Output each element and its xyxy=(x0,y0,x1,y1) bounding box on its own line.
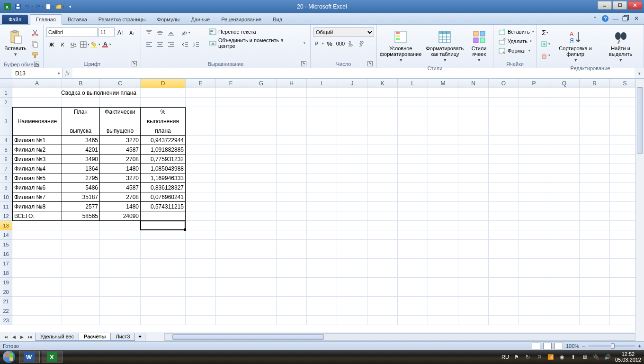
cell-F21[interactable] xyxy=(216,297,246,306)
cell-B22[interactable] xyxy=(62,306,100,316)
cell-B4[interactable]: 3465 xyxy=(62,136,100,145)
cell-C11[interactable]: 1480 xyxy=(100,202,141,211)
cell-O20[interactable] xyxy=(489,287,519,297)
cell-O22[interactable] xyxy=(489,306,519,316)
taskbar-word-button[interactable]: W xyxy=(19,351,40,363)
cell-N20[interactable] xyxy=(458,287,489,297)
cell-A13[interactable] xyxy=(12,221,62,230)
cell-N18[interactable] xyxy=(458,268,489,278)
cell-K19[interactable] xyxy=(367,278,398,287)
tray-updates-icon[interactable]: ⬆ xyxy=(570,353,577,361)
cell-L8[interactable] xyxy=(398,173,428,183)
cell-F3[interactable] xyxy=(216,107,246,136)
cell-A8[interactable]: Филиал №5 xyxy=(12,173,62,183)
cell-N9[interactable] xyxy=(458,183,489,192)
cell-F7[interactable] xyxy=(216,164,246,173)
cell-P15[interactable] xyxy=(519,240,549,249)
cell-E19[interactable] xyxy=(186,278,216,287)
cell-C12[interactable]: 24090 xyxy=(100,211,141,221)
cell-L18[interactable] xyxy=(398,268,428,278)
cell-F14[interactable] xyxy=(216,230,246,240)
shrink-font-button[interactable]: A↓ xyxy=(127,27,137,38)
cell-F23[interactable] xyxy=(216,316,246,325)
hscroll-thumb[interactable] xyxy=(172,334,324,340)
align-right-button[interactable] xyxy=(166,39,176,50)
cell-M7[interactable] xyxy=(428,164,458,173)
cell-C23[interactable] xyxy=(100,316,141,325)
cell-B10[interactable]: 35187 xyxy=(62,192,100,202)
font-size-input[interactable] xyxy=(98,27,115,37)
cell-J23[interactable] xyxy=(337,316,367,325)
cell-R10[interactable] xyxy=(580,192,610,202)
cell-R17[interactable] xyxy=(580,259,610,268)
cell-M18[interactable] xyxy=(428,268,458,278)
cell-K9[interactable] xyxy=(367,183,398,192)
cell-O12[interactable] xyxy=(489,211,519,221)
tab-home[interactable]: Главная xyxy=(30,14,62,25)
clear-button[interactable]: ▾ xyxy=(540,50,550,61)
cell-B19[interactable] xyxy=(62,278,100,287)
cell-M17[interactable] xyxy=(428,259,458,268)
cell-H17[interactable] xyxy=(277,259,307,268)
zoom-out-button[interactable]: − xyxy=(582,343,585,349)
format-cells-button[interactable]: Формат▾ xyxy=(496,46,536,55)
cell-N10[interactable] xyxy=(458,192,489,202)
cell-Q8[interactable] xyxy=(549,173,580,183)
cell-D20[interactable] xyxy=(141,287,186,297)
number-format-select[interactable]: Общий xyxy=(313,27,374,37)
row-header-16[interactable]: 16 xyxy=(0,249,12,259)
cell-O11[interactable] xyxy=(489,202,519,211)
cell-H15[interactable] xyxy=(277,240,307,249)
cell-P20[interactable] xyxy=(519,287,549,297)
find-select-button[interactable]: Найти и выделить▾ xyxy=(600,27,641,64)
cell-H10[interactable] xyxy=(277,192,307,202)
cell-J17[interactable] xyxy=(337,259,367,268)
cell-K18[interactable] xyxy=(367,268,398,278)
wrap-text-button[interactable]: abcПеренос текста xyxy=(207,27,307,36)
cell-A21[interactable] xyxy=(12,297,62,306)
cell-E22[interactable] xyxy=(186,306,216,316)
cell-N6[interactable] xyxy=(458,155,489,164)
cell-I10[interactable] xyxy=(307,192,337,202)
cell-Q11[interactable] xyxy=(549,202,580,211)
cell-C18[interactable] xyxy=(100,268,141,278)
cell-K16[interactable] xyxy=(367,249,398,259)
cell-D21[interactable] xyxy=(141,297,186,306)
column-header-R[interactable]: R xyxy=(580,79,610,88)
cell-Q6[interactable] xyxy=(549,155,580,164)
row-header-4[interactable]: 4 xyxy=(0,136,12,145)
row-header-3[interactable]: 3 xyxy=(0,107,12,136)
cell-L1[interactable] xyxy=(398,88,428,98)
row-header-10[interactable]: 10 xyxy=(0,192,12,202)
cell-L17[interactable] xyxy=(398,259,428,268)
cell-I11[interactable] xyxy=(307,202,337,211)
cell-Q16[interactable] xyxy=(549,249,580,259)
worksheet-grid[interactable]: 1234567891011121314151617181920212223 Св… xyxy=(0,88,644,332)
vscroll-thumb[interactable] xyxy=(637,87,643,154)
italic-button[interactable]: К xyxy=(57,39,68,50)
cell-E10[interactable] xyxy=(186,192,216,202)
cell-N21[interactable] xyxy=(458,297,489,306)
cell-B17[interactable] xyxy=(62,259,100,268)
cell-C21[interactable] xyxy=(100,297,141,306)
cell-I19[interactable] xyxy=(307,278,337,287)
row-header-17[interactable]: 17 xyxy=(0,259,12,268)
cell-B6[interactable]: 3490 xyxy=(62,155,100,164)
row-header-2[interactable]: 2 xyxy=(0,98,12,107)
cell-D10[interactable]: 0,076960241 xyxy=(141,192,186,202)
cell-N3[interactable] xyxy=(458,107,489,136)
cell-M21[interactable] xyxy=(428,297,458,306)
cell-G1[interactable] xyxy=(246,88,277,98)
cell-R20[interactable] xyxy=(580,287,610,297)
cell-R12[interactable] xyxy=(580,211,610,221)
sort-filter-button[interactable]: АЯСортировка и фильтр▾ xyxy=(552,27,599,64)
cell-J3[interactable] xyxy=(337,107,367,136)
cell-K17[interactable] xyxy=(367,259,398,268)
cell-E3[interactable] xyxy=(186,107,216,136)
undo-icon[interactable]: ▾ xyxy=(24,2,33,11)
horizontal-scrollbar[interactable] xyxy=(164,333,635,341)
redo-icon[interactable]: ▾ xyxy=(34,2,44,11)
excel-icon[interactable]: X xyxy=(3,2,12,11)
comma-button[interactable]: 000 xyxy=(335,38,346,49)
merge-center-button[interactable]: aОбъединить и поместить в центре▾ xyxy=(207,37,307,49)
